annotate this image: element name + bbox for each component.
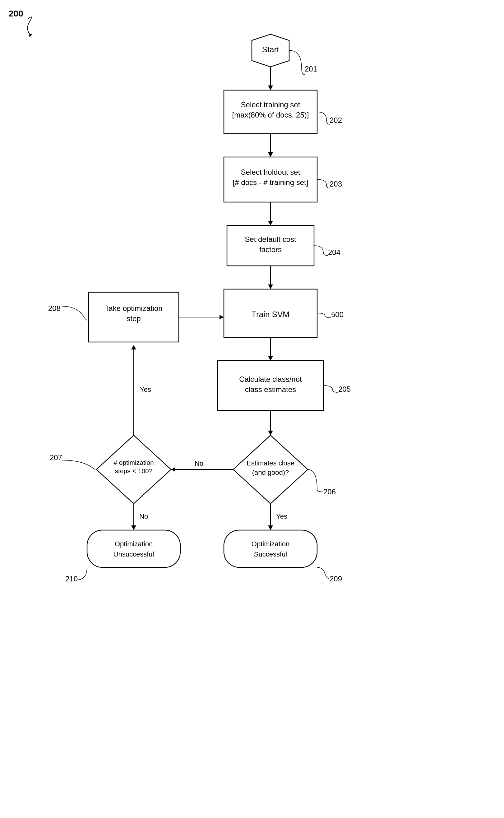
svg-text:207: 207	[50, 453, 62, 462]
svg-text:steps < 100?: steps < 100?	[115, 467, 153, 474]
svg-rect-61	[87, 530, 180, 567]
svg-text:209: 209	[330, 575, 342, 583]
svg-text:202: 202	[330, 116, 342, 124]
svg-text:Unsuccessful: Unsuccessful	[113, 550, 154, 558]
svg-text:[# docs - # training set]: [# docs - # training set]	[233, 178, 308, 187]
svg-marker-17	[268, 221, 273, 225]
svg-text:Set default cost: Set default cost	[245, 235, 296, 243]
svg-text:206: 206	[323, 488, 336, 496]
svg-text:208: 208	[48, 304, 61, 312]
svg-text:factors: factors	[259, 245, 282, 254]
svg-marker-5	[268, 85, 273, 90]
svg-text:step: step	[127, 314, 141, 323]
svg-text:210: 210	[65, 575, 78, 583]
svg-text:Train SVM: Train SVM	[252, 310, 289, 319]
svg-text:[max(80% of docs, 25)]: [max(80% of docs, 25)]	[232, 111, 309, 119]
svg-rect-65	[224, 530, 317, 567]
svg-marker-56	[131, 525, 136, 530]
svg-marker-59	[268, 525, 273, 530]
svg-text:Successful: Successful	[254, 550, 287, 558]
svg-marker-23	[268, 284, 273, 289]
svg-marker-50	[171, 467, 175, 472]
svg-marker-0	[29, 34, 32, 37]
svg-text:Select training set: Select training set	[241, 100, 300, 109]
svg-text:Take optimization: Take optimization	[105, 304, 162, 312]
svg-text:Yes: Yes	[276, 512, 287, 520]
svg-marker-11	[268, 152, 273, 157]
svg-marker-32	[220, 315, 224, 319]
svg-text:class estimates: class estimates	[245, 385, 296, 394]
svg-text:500: 500	[331, 310, 344, 319]
svg-text:204: 204	[328, 248, 340, 256]
svg-text:205: 205	[338, 385, 351, 393]
svg-text:203: 203	[330, 180, 342, 188]
svg-text:201: 201	[305, 65, 317, 73]
flowchart-svg: Start 201 Select training set [max(80% o…	[0, 0, 504, 818]
svg-text:Start: Start	[262, 45, 280, 54]
svg-marker-53	[131, 345, 136, 349]
svg-text:Select holdout set: Select holdout set	[241, 168, 300, 176]
svg-text:Estimates close: Estimates close	[247, 459, 294, 467]
svg-text:Yes: Yes	[140, 386, 151, 393]
flowchart-diagram: 200 Start 201 Select training set [max(8…	[0, 0, 504, 818]
svg-text:# optimization: # optimization	[113, 459, 154, 466]
svg-marker-34	[268, 356, 273, 361]
svg-text:Optimization: Optimization	[115, 540, 153, 548]
svg-marker-40	[268, 431, 273, 435]
svg-text:No: No	[195, 460, 203, 467]
svg-text:Optimization: Optimization	[252, 540, 289, 548]
svg-text:No: No	[139, 512, 148, 520]
svg-text:Calculate class/not: Calculate class/not	[239, 375, 302, 383]
svg-text:(and good)?: (and good)?	[252, 469, 289, 476]
